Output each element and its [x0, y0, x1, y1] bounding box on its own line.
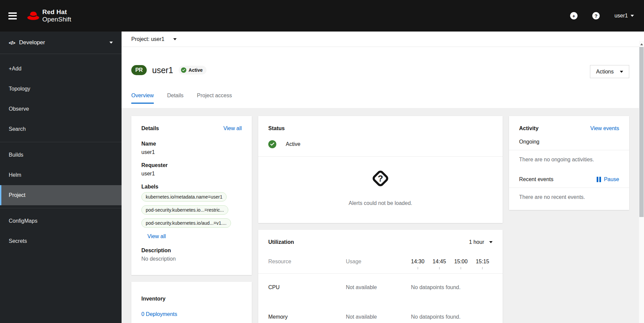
project-selector-label: Project: user1: [131, 36, 165, 42]
brand-line1: Red Hat: [42, 8, 71, 16]
description-label: Description: [141, 248, 242, 254]
nav-toggle-icon[interactable]: [8, 12, 17, 19]
brand-text: Red Hat OpenShift: [42, 8, 71, 23]
pause-icon: [597, 177, 601, 182]
usage-column-header: Usage: [346, 259, 411, 265]
help-circle-icon[interactable]: ?: [592, 12, 600, 19]
scrollbar-thumb[interactable]: [639, 47, 644, 217]
utilization-card: Utilization 1 hour Resource Usage 14:30 …: [258, 230, 503, 323]
scroll-up-button[interactable]: [639, 42, 644, 46]
nav-divider: [0, 208, 122, 208]
status-active-label: Active: [286, 141, 301, 147]
time-tick: [418, 267, 418, 269]
time-tick-label: 15:15: [476, 259, 489, 265]
duration-dropdown[interactable]: 1 hour: [469, 239, 493, 245]
sidebar-item-add[interactable]: +Add: [0, 59, 122, 79]
label-pill[interactable]: pod-security.kubernetes.io...=restric...: [141, 205, 228, 215]
label-pill[interactable]: kubernetes.io/metadata.name=user1: [141, 192, 227, 202]
time-tick: [482, 267, 482, 269]
recent-empty-message: There are no recent events.: [519, 188, 619, 208]
activity-card: Activity View events Ongoing There are n…: [509, 116, 629, 210]
datapoints-message: No datapoints found.: [411, 284, 493, 290]
recent-events-label: Recent events: [519, 176, 553, 182]
tab-details[interactable]: Details: [167, 93, 184, 104]
resource-name: Memory: [268, 314, 346, 320]
chevron-down-icon: [631, 15, 634, 17]
details-card-title: Details: [141, 125, 159, 131]
brand-line2: OpenShift: [42, 16, 71, 23]
utilization-card-title: Utilization: [268, 239, 294, 245]
overview-content: Details View all Name user1 Requester us…: [122, 108, 639, 323]
time-tick-label: 14:30: [411, 259, 424, 265]
labels-label: Labels: [141, 184, 242, 190]
ongoing-empty-message: There are no ongoing activities.: [519, 150, 619, 170]
ongoing-section-label: Ongoing: [519, 139, 619, 150]
usage-value: Not available: [346, 314, 411, 320]
nav-list: +Add Topology Observe Search Builds Helm…: [0, 54, 122, 251]
actions-label: Actions: [596, 69, 613, 75]
add-circle-icon[interactable]: +: [570, 12, 578, 19]
inventory-card-title: Inventory: [141, 296, 242, 302]
check-circle-icon: [268, 140, 276, 148]
tab-overview[interactable]: Overview: [131, 93, 154, 104]
sidebar-item-secrets[interactable]: Secrets: [0, 231, 122, 251]
scrollbar[interactable]: [639, 41, 644, 323]
main-area: Project: user1 PR user1 Active Act: [122, 32, 644, 323]
resource-column-header: Resource: [268, 259, 346, 265]
sidebar-item-configmaps[interactable]: ConfigMaps: [0, 211, 122, 231]
chevron-down-icon: [489, 241, 493, 243]
deployments-count-link[interactable]: 0 Deployments: [141, 311, 177, 317]
project-resource-badge: PR: [131, 65, 147, 75]
pause-label: Pause: [604, 176, 619, 182]
usage-value: Not available: [346, 284, 411, 290]
chevron-down-icon: [620, 71, 623, 73]
time-tick: [461, 267, 461, 269]
labels-view-all-link[interactable]: View all: [147, 233, 166, 239]
pause-events-button[interactable]: Pause: [597, 176, 619, 182]
page-header: PR user1 Active Actions Overview Deta: [122, 47, 639, 108]
project-bar: Project: user1: [122, 32, 639, 47]
status-badge-label: Active: [189, 67, 203, 73]
project-selector[interactable]: Project: user1: [131, 36, 177, 42]
actions-dropdown-button[interactable]: Actions: [590, 65, 629, 78]
sidebar-item-builds[interactable]: Builds: [0, 145, 122, 165]
sidebar-item-helm[interactable]: Helm: [0, 165, 122, 185]
alerts-error-message: Alerts could not be loaded.: [349, 200, 412, 206]
time-axis: 14:30 14:45 15:00 15:15: [411, 259, 493, 269]
page-title: user1: [152, 65, 173, 75]
sidebar-item-observe[interactable]: Observe: [0, 99, 122, 119]
time-tick: [439, 267, 440, 269]
duration-label: 1 hour: [469, 239, 484, 245]
sidebar-item-topology[interactable]: Topology: [0, 79, 122, 99]
code-icon: </>: [9, 40, 15, 46]
time-tick-label: 15:00: [454, 259, 468, 265]
description-value: No description: [141, 256, 242, 262]
sidebar-item-search[interactable]: Search: [0, 119, 122, 139]
chevron-down-icon: [109, 42, 113, 44]
perspective-label: Developer: [19, 39, 45, 46]
sidebar-item-project[interactable]: Project: [0, 185, 122, 205]
time-tick-label: 14:45: [432, 259, 446, 265]
utilization-row-cpu: CPU Not available No datapoints found.: [268, 274, 493, 303]
label-pill[interactable]: pod-security.kubernetes.io/aud...=v1....: [141, 218, 231, 228]
requester-value: user1: [141, 171, 242, 177]
activity-card-title: Activity: [519, 125, 539, 131]
name-label: Name: [141, 141, 242, 147]
name-value: user1: [141, 149, 242, 155]
utilization-row-memory: Memory Not available No datapoints found…: [268, 303, 493, 323]
details-card: Details View all Name user1 Requester us…: [131, 116, 252, 275]
tab-project-access[interactable]: Project access: [197, 93, 232, 104]
masthead-utilities: + ? user1: [570, 12, 634, 19]
user-menu[interactable]: user1: [614, 13, 634, 19]
status-badge: Active: [179, 66, 206, 74]
brand-logo[interactable]: Red Hat OpenShift: [27, 8, 71, 23]
details-view-all-link[interactable]: View all: [223, 125, 242, 131]
sidebar-nav: </> Developer +Add Topology Observe Sear…: [0, 32, 122, 323]
unknown-alerts-icon: ?: [370, 168, 391, 189]
perspective-switcher[interactable]: </> Developer: [0, 32, 122, 54]
nav-divider: [0, 142, 122, 142]
chevron-down-icon: [173, 38, 177, 40]
view-events-link[interactable]: View events: [590, 125, 619, 131]
redhat-fedora-icon: [27, 11, 40, 21]
svg-text:?: ?: [378, 173, 383, 183]
